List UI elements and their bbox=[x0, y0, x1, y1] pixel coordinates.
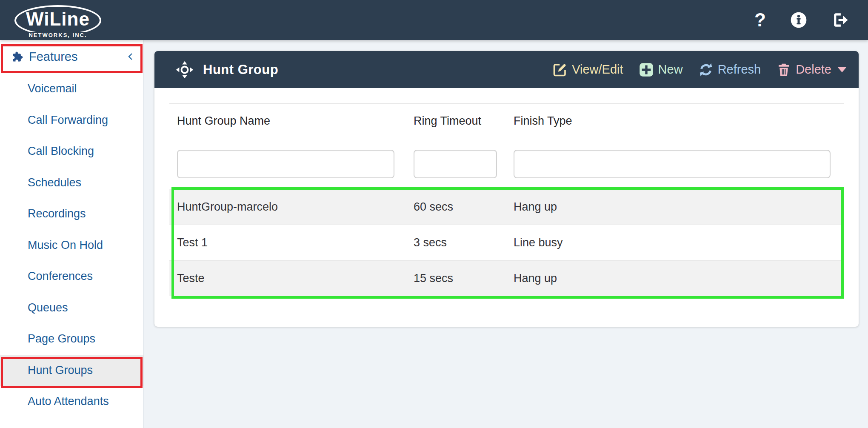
sidebar-item-conferences[interactable]: Conferences bbox=[0, 261, 143, 292]
table-row[interactable]: Teste 15 secs Hang up bbox=[169, 260, 844, 296]
view-edit-button[interactable]: View/Edit bbox=[552, 62, 623, 77]
sidebar-item-hunt-groups[interactable]: Hunt Groups bbox=[0, 355, 143, 386]
help-icon[interactable]: ? bbox=[754, 11, 766, 29]
refresh-button[interactable]: Refresh bbox=[698, 62, 761, 77]
table-filter-row bbox=[169, 138, 844, 189]
cell-ring-timeout: 3 secs bbox=[414, 236, 514, 249]
caret-down-icon bbox=[837, 67, 847, 72]
delete-label: Delete bbox=[796, 63, 831, 77]
view-edit-label: View/Edit bbox=[572, 63, 623, 77]
chevron-left-icon[interactable] bbox=[127, 53, 133, 60]
filter-input-finish-type[interactable] bbox=[514, 150, 831, 178]
plus-square-icon bbox=[639, 62, 654, 77]
panel-header: Hunt Group View/Edit bbox=[154, 51, 859, 88]
new-button[interactable]: New bbox=[639, 62, 683, 77]
filter-input-ring-timeout[interactable] bbox=[414, 150, 497, 178]
panel-title: Hunt Group bbox=[203, 62, 278, 77]
column-header-finish-type: Finish Type bbox=[514, 114, 836, 128]
puzzle-icon bbox=[11, 51, 23, 63]
trash-icon bbox=[776, 62, 791, 77]
logo-brand-text: WiLine bbox=[26, 9, 90, 30]
cell-hunt-group-name: HuntGroup-marcelo bbox=[177, 200, 414, 214]
table-body: HuntGroup-marcelo 60 secs Hang up Test 1… bbox=[169, 189, 844, 296]
cell-finish-type: Hang up bbox=[514, 200, 836, 214]
sidebar-item-schedules[interactable]: Schedules bbox=[0, 167, 143, 199]
navbar-actions: ? bbox=[754, 11, 849, 29]
panel-toolbar: View/Edit New bbox=[552, 62, 847, 77]
cell-hunt-group-name: Test 1 bbox=[177, 236, 414, 249]
sidebar-item-call-blocking[interactable]: Call Blocking bbox=[0, 136, 143, 167]
info-circle-icon[interactable] bbox=[790, 11, 808, 29]
sidebar-header-features[interactable]: Features bbox=[0, 40, 143, 73]
hunt-group-table: Hunt Group Name Ring Timeout Finish Type… bbox=[169, 103, 844, 296]
sidebar-item-recordings[interactable]: Recordings bbox=[0, 198, 143, 230]
new-label: New bbox=[658, 63, 683, 77]
wiline-logo: WiLine NETWORKS, INC. bbox=[14, 5, 101, 36]
hunt-group-panel: Hunt Group View/Edit bbox=[154, 51, 859, 327]
sidebar-menu: Voicemail Call Forwarding Call Blocking … bbox=[0, 73, 143, 417]
column-header-hunt-group-name: Hunt Group Name bbox=[177, 114, 414, 128]
sidebar-item-auto-attendants[interactable]: Auto Attendants bbox=[0, 386, 143, 417]
main-content: Hunt Group View/Edit bbox=[144, 40, 868, 428]
refresh-label: Refresh bbox=[718, 63, 761, 77]
cell-ring-timeout: 60 secs bbox=[414, 200, 514, 214]
logo-sub-text: NETWORKS, INC. bbox=[26, 32, 90, 38]
move-crosshair-icon bbox=[176, 61, 194, 79]
sidebar-item-page-groups[interactable]: Page Groups bbox=[0, 323, 143, 355]
sidebar-item-queues[interactable]: Queues bbox=[0, 292, 143, 324]
pencil-square-icon bbox=[552, 62, 568, 77]
refresh-icon bbox=[698, 62, 714, 77]
cell-hunt-group-name: Teste bbox=[177, 272, 414, 285]
table-row[interactable]: HuntGroup-marcelo 60 secs Hang up bbox=[169, 189, 844, 225]
filter-input-hunt-group-name[interactable] bbox=[177, 150, 394, 178]
delete-button[interactable]: Delete bbox=[776, 62, 847, 77]
cell-ring-timeout: 15 secs bbox=[414, 272, 514, 285]
sidebar: Features Voicemail Call Forwarding Call … bbox=[0, 40, 144, 428]
table-row[interactable]: Test 1 3 secs Line busy bbox=[169, 225, 844, 260]
sidebar-header-label: Features bbox=[29, 50, 127, 64]
sidebar-item-voicemail[interactable]: Voicemail bbox=[0, 73, 143, 105]
sidebar-item-music-on-hold[interactable]: Music On Hold bbox=[0, 230, 143, 261]
column-header-ring-timeout: Ring Timeout bbox=[414, 114, 514, 128]
table-header-row: Hunt Group Name Ring Timeout Finish Type bbox=[169, 103, 844, 138]
sidebar-item-call-forwarding[interactable]: Call Forwarding bbox=[0, 105, 143, 136]
cell-finish-type: Hang up bbox=[514, 272, 836, 285]
cell-finish-type: Line busy bbox=[514, 236, 836, 249]
top-navbar: WiLine NETWORKS, INC. ? bbox=[0, 0, 868, 40]
sign-out-icon[interactable] bbox=[831, 11, 849, 29]
app-root: WiLine NETWORKS, INC. ? Featu bbox=[0, 0, 868, 428]
